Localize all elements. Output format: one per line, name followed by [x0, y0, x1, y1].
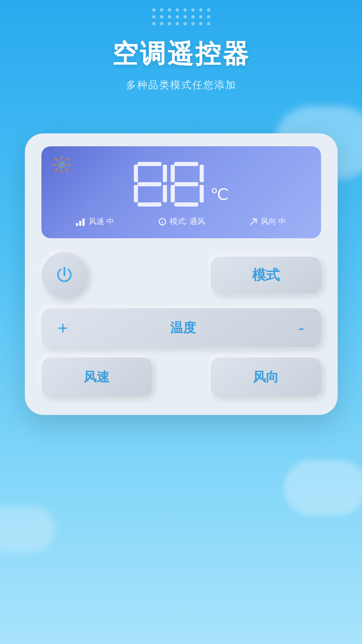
- wind-speed-status: 风速 中: [76, 216, 115, 227]
- svg-line-5: [66, 169, 68, 171]
- power-button[interactable]: [41, 252, 87, 298]
- svg-line-18: [58, 165, 58, 166]
- mode-icon: [52, 155, 72, 178]
- wind-speed-label: 风速 中: [89, 216, 115, 227]
- svg-line-7: [55, 169, 57, 171]
- page-subtitle: 多种品类模式任您添加: [0, 78, 362, 92]
- svg-rect-21: [76, 223, 78, 226]
- temp-increase-button[interactable]: +: [58, 319, 68, 337]
- title-section: 空调遥控器 多种品类模式任您添加: [0, 37, 362, 92]
- button-row-2: + 温度 -: [41, 308, 321, 347]
- temperature-unit: ℃: [210, 185, 229, 204]
- status-bar: 风速 中 A 模式: 通风 风向 中: [54, 216, 308, 227]
- temperature-display: ℃: [54, 162, 308, 208]
- wind-direction-button[interactable]: 风向: [211, 357, 321, 397]
- remote-control: ℃ 风速 中 A 模式: 通风: [25, 133, 338, 415]
- button-row-1: 模式: [41, 252, 321, 298]
- temp-label: 温度: [170, 319, 196, 337]
- svg-line-4: [55, 158, 57, 161]
- temperature-control: + 温度 -: [41, 308, 321, 347]
- temp-decrease-button[interactable]: -: [299, 319, 305, 337]
- mode-status: A 模式: 通风: [158, 216, 205, 227]
- cloud-decoration-left: [0, 506, 55, 552]
- svg-line-26: [251, 219, 256, 224]
- wind-speed-button[interactable]: 风速: [41, 357, 152, 397]
- mode-button[interactable]: 模式: [211, 257, 321, 293]
- svg-line-14: [62, 161, 63, 161]
- decorative-dots: [152, 8, 210, 25]
- page-title: 空调遥控器: [0, 37, 362, 72]
- wind-dir-label: 风向 中: [261, 216, 287, 227]
- svg-rect-23: [82, 218, 85, 226]
- controls-area: 模式 + 温度 - 风速 风向: [41, 252, 321, 397]
- display-screen: ℃ 风速 中 A 模式: 通风: [41, 146, 321, 238]
- cloud-decoration-right2: [284, 460, 362, 515]
- digit-tens: [134, 162, 167, 208]
- digit-ones: [171, 162, 204, 208]
- svg-rect-22: [79, 221, 81, 226]
- svg-line-6: [66, 158, 68, 161]
- svg-text:A: A: [161, 220, 164, 224]
- button-row-3: 风速 风向: [41, 357, 321, 397]
- svg-line-16: [62, 168, 63, 168]
- wind-dir-status: 风向 中: [249, 216, 287, 227]
- mode-label: 模式: 通风: [170, 216, 205, 227]
- svg-line-20: [65, 165, 65, 166]
